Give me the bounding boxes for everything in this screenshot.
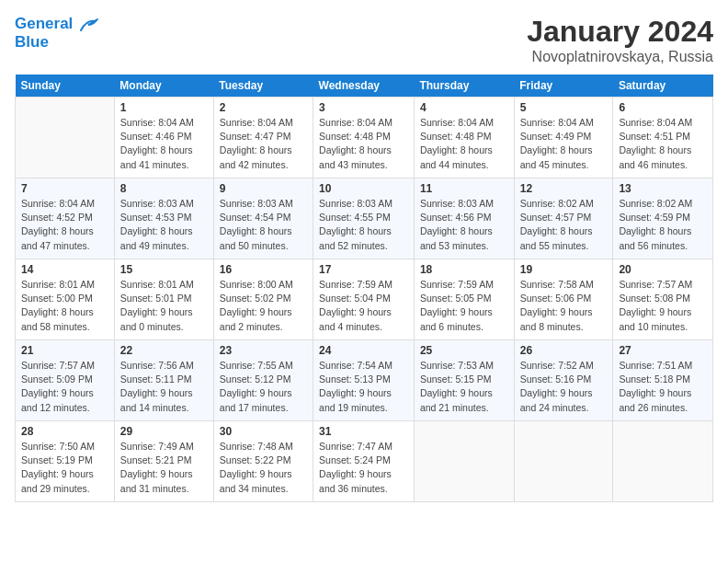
calendar-cell: 9Sunrise: 8:03 AMSunset: 4:54 PMDaylight… <box>213 178 313 259</box>
calendar-cell: 20Sunrise: 7:57 AMSunset: 5:08 PMDayligh… <box>613 259 713 340</box>
day-number: 12 <box>520 182 608 195</box>
calendar-cell: 21Sunrise: 7:57 AMSunset: 5:09 PMDayligh… <box>16 340 115 421</box>
calendar-cell: 22Sunrise: 7:56 AMSunset: 5:11 PMDayligh… <box>114 340 213 421</box>
day-info: Sunrise: 7:55 AMSunset: 5:12 PMDaylight:… <box>220 359 307 415</box>
calendar-cell: 1Sunrise: 8:04 AMSunset: 4:46 PMDaylight… <box>114 98 213 178</box>
weekday-header-tuesday: Tuesday <box>213 75 313 98</box>
weekday-header-wednesday: Wednesday <box>313 75 415 98</box>
day-info: Sunrise: 8:04 AMSunset: 4:47 PMDaylight:… <box>220 116 307 172</box>
calendar-cell: 31Sunrise: 7:47 AMSunset: 5:24 PMDayligh… <box>313 421 415 502</box>
calendar-cell: 24Sunrise: 7:54 AMSunset: 5:13 PMDayligh… <box>313 340 415 421</box>
day-info: Sunrise: 7:48 AMSunset: 5:22 PMDaylight:… <box>220 440 307 496</box>
week-row-4: 21Sunrise: 7:57 AMSunset: 5:09 PMDayligh… <box>16 340 713 421</box>
day-number: 31 <box>319 425 408 438</box>
calendar-table: SundayMondayTuesdayWednesdayThursdayFrid… <box>15 75 713 502</box>
day-info: Sunrise: 8:04 AMSunset: 4:51 PMDaylight:… <box>619 116 707 172</box>
day-info: Sunrise: 8:02 AMSunset: 4:57 PMDaylight:… <box>520 197 608 253</box>
location-subtitle: Novoplatnirovskaya, Russia <box>527 49 713 65</box>
calendar-cell: 28Sunrise: 7:50 AMSunset: 5:19 PMDayligh… <box>16 421 115 502</box>
weekday-header-sunday: Sunday <box>16 75 115 98</box>
week-row-1: 1Sunrise: 8:04 AMSunset: 4:46 PMDaylight… <box>16 98 713 178</box>
calendar-cell: 30Sunrise: 7:48 AMSunset: 5:22 PMDayligh… <box>213 421 313 502</box>
day-number: 10 <box>319 182 408 195</box>
weekday-header-friday: Friday <box>514 75 613 98</box>
day-info: Sunrise: 8:00 AMSunset: 5:02 PMDaylight:… <box>220 278 307 334</box>
day-number: 23 <box>220 344 307 357</box>
week-row-2: 7Sunrise: 8:04 AMSunset: 4:52 PMDaylight… <box>16 178 713 259</box>
weekday-header-saturday: Saturday <box>613 75 713 98</box>
day-info: Sunrise: 8:01 AMSunset: 5:01 PMDaylight:… <box>120 278 208 334</box>
day-info: Sunrise: 7:57 AMSunset: 5:08 PMDaylight:… <box>619 278 707 334</box>
title-block: January 2024 Novoplatnirovskaya, Russia <box>527 15 713 65</box>
day-info: Sunrise: 7:49 AMSunset: 5:21 PMDaylight:… <box>120 440 208 496</box>
day-number: 26 <box>520 344 608 357</box>
day-number: 1 <box>120 101 208 114</box>
day-info: Sunrise: 7:54 AMSunset: 5:13 PMDaylight:… <box>319 359 408 415</box>
weekday-header-monday: Monday <box>114 75 213 98</box>
day-number: 4 <box>420 101 508 114</box>
calendar-cell: 15Sunrise: 8:01 AMSunset: 5:01 PMDayligh… <box>114 259 213 340</box>
calendar-cell: 11Sunrise: 8:03 AMSunset: 4:56 PMDayligh… <box>414 178 514 259</box>
month-title: January 2024 <box>527 15 713 49</box>
calendar-cell: 25Sunrise: 7:53 AMSunset: 5:15 PMDayligh… <box>414 340 514 421</box>
day-info: Sunrise: 8:04 AMSunset: 4:52 PMDaylight:… <box>21 197 108 253</box>
week-row-5: 28Sunrise: 7:50 AMSunset: 5:19 PMDayligh… <box>16 421 713 502</box>
day-info: Sunrise: 8:02 AMSunset: 4:59 PMDaylight:… <box>619 197 707 253</box>
day-info: Sunrise: 7:51 AMSunset: 5:18 PMDaylight:… <box>619 359 707 415</box>
calendar-cell: 10Sunrise: 8:03 AMSunset: 4:55 PMDayligh… <box>313 178 415 259</box>
day-number: 16 <box>220 263 307 276</box>
day-number: 2 <box>220 101 307 114</box>
weekday-header-thursday: Thursday <box>414 75 514 98</box>
day-number: 27 <box>619 344 707 357</box>
day-number: 9 <box>220 182 307 195</box>
day-info: Sunrise: 7:52 AMSunset: 5:16 PMDaylight:… <box>520 359 608 415</box>
day-info: Sunrise: 8:04 AMSunset: 4:46 PMDaylight:… <box>120 116 208 172</box>
day-info: Sunrise: 7:59 AMSunset: 5:05 PMDaylight:… <box>420 278 508 334</box>
calendar-cell: 4Sunrise: 8:04 AMSunset: 4:48 PMDaylight… <box>414 98 514 178</box>
day-info: Sunrise: 8:01 AMSunset: 5:00 PMDaylight:… <box>21 278 108 334</box>
day-info: Sunrise: 7:56 AMSunset: 5:11 PMDaylight:… <box>120 359 208 415</box>
day-number: 30 <box>220 425 307 438</box>
calendar-cell: 27Sunrise: 7:51 AMSunset: 5:18 PMDayligh… <box>613 340 713 421</box>
day-info: Sunrise: 8:03 AMSunset: 4:55 PMDaylight:… <box>319 197 408 253</box>
day-info: Sunrise: 7:58 AMSunset: 5:06 PMDaylight:… <box>520 278 608 334</box>
logo-bird-icon <box>79 17 99 32</box>
calendar-cell: 17Sunrise: 7:59 AMSunset: 5:04 PMDayligh… <box>313 259 415 340</box>
day-number: 11 <box>420 182 508 195</box>
calendar-cell: 3Sunrise: 8:04 AMSunset: 4:48 PMDaylight… <box>313 98 415 178</box>
day-number: 19 <box>520 263 608 276</box>
calendar-cell: 14Sunrise: 8:01 AMSunset: 5:00 PMDayligh… <box>16 259 115 340</box>
calendar-cell: 16Sunrise: 8:00 AMSunset: 5:02 PMDayligh… <box>213 259 313 340</box>
calendar-cell: 6Sunrise: 8:04 AMSunset: 4:51 PMDaylight… <box>613 98 713 178</box>
day-number: 7 <box>21 182 108 195</box>
calendar-cell <box>613 421 713 502</box>
day-info: Sunrise: 7:59 AMSunset: 5:04 PMDaylight:… <box>319 278 408 334</box>
day-number: 13 <box>619 182 707 195</box>
day-number: 29 <box>120 425 208 438</box>
calendar-cell: 19Sunrise: 7:58 AMSunset: 5:06 PMDayligh… <box>514 259 613 340</box>
day-info: Sunrise: 8:03 AMSunset: 4:54 PMDaylight:… <box>220 197 307 253</box>
day-info: Sunrise: 8:04 AMSunset: 4:49 PMDaylight:… <box>520 116 608 172</box>
day-number: 6 <box>619 101 707 114</box>
day-info: Sunrise: 8:03 AMSunset: 4:56 PMDaylight:… <box>420 197 508 253</box>
day-number: 28 <box>21 425 108 438</box>
calendar-cell: 7Sunrise: 8:04 AMSunset: 4:52 PMDaylight… <box>16 178 115 259</box>
calendar-cell <box>16 98 115 178</box>
calendar-cell: 8Sunrise: 8:03 AMSunset: 4:53 PMDaylight… <box>114 178 213 259</box>
day-number: 14 <box>21 263 108 276</box>
logo-text: General <box>15 15 99 33</box>
calendar-cell <box>414 421 514 502</box>
calendar-cell: 2Sunrise: 8:04 AMSunset: 4:47 PMDaylight… <box>213 98 313 178</box>
logo: General Blue <box>15 15 99 52</box>
calendar-cell: 13Sunrise: 8:02 AMSunset: 4:59 PMDayligh… <box>613 178 713 259</box>
day-info: Sunrise: 7:50 AMSunset: 5:19 PMDaylight:… <box>21 440 108 496</box>
calendar-cell: 29Sunrise: 7:49 AMSunset: 5:21 PMDayligh… <box>114 421 213 502</box>
page-container: General Blue January 2024 Novoplatnirovs… <box>0 0 728 563</box>
day-number: 17 <box>319 263 408 276</box>
calendar-cell: 18Sunrise: 7:59 AMSunset: 5:05 PMDayligh… <box>414 259 514 340</box>
calendar-cell: 23Sunrise: 7:55 AMSunset: 5:12 PMDayligh… <box>213 340 313 421</box>
logo-blue-text: Blue <box>15 33 99 52</box>
calendar-cell: 5Sunrise: 8:04 AMSunset: 4:49 PMDaylight… <box>514 98 613 178</box>
day-number: 22 <box>120 344 208 357</box>
day-number: 21 <box>21 344 108 357</box>
